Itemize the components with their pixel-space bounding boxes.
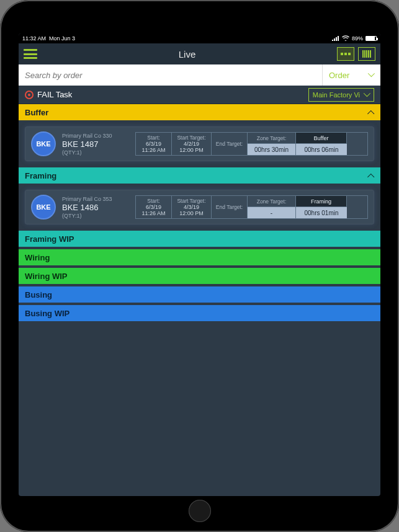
order-id: BKE 1486 <box>62 203 129 212</box>
order-card[interactable]: BKE Primary Rail Co 330 BKE 1487 (QTY:1)… <box>25 126 374 161</box>
barcode-icon <box>362 50 371 58</box>
section-label: Busing <box>25 290 52 299</box>
section-header-buffer[interactable]: Buffer <box>19 104 380 120</box>
section-label: Wiring WIP <box>25 272 68 281</box>
section-label: Busing WIP <box>25 309 69 318</box>
battery-icon <box>365 36 377 41</box>
fail-task-button[interactable]: FAIL Task <box>37 90 72 99</box>
search-filter-label: Order <box>329 71 349 80</box>
order-metrics: Start: 6/3/1911:26 AM Start Target: 4/2/… <box>135 132 368 156</box>
section-label: Framing WIP <box>25 234 74 244</box>
grid-icon <box>341 53 351 55</box>
status-bar: 11:32 AM Mon Jun 3 89% <box>19 33 380 43</box>
menu-button[interactable] <box>24 49 37 59</box>
order-id: BKE 1487 <box>62 140 129 149</box>
order-metrics: Start: 6/3/1911:26 AM Start Target: 4/3/… <box>135 195 368 219</box>
section-header-framing[interactable]: Framing <box>19 167 380 184</box>
section-label: Wiring <box>25 253 50 262</box>
search-row: Order <box>19 64 380 86</box>
section-header-framing-wip[interactable]: Framing WIP <box>19 231 380 247</box>
section-header-busing-wip[interactable]: Busing WIP <box>19 305 380 321</box>
section-header-wiring-wip[interactable]: Wiring WIP <box>19 268 380 284</box>
order-card[interactable]: BKE Primary Rail Co 353 BKE 1486 (QTY:1)… <box>25 190 374 224</box>
status-time: 11:32 AM <box>22 35 46 42</box>
battery-percent: 89% <box>352 35 363 42</box>
section-header-busing[interactable]: Busing <box>19 286 380 303</box>
view-barcode-button[interactable] <box>358 47 375 61</box>
chevron-up-icon <box>368 172 374 179</box>
search-input[interactable] <box>19 64 322 86</box>
page-title: Live <box>179 49 196 60</box>
order-company: Primary Rail Co 353 <box>62 196 129 202</box>
wifi-icon <box>342 35 349 42</box>
order-badge: BKE <box>31 195 56 219</box>
section-label: Framing <box>25 171 56 180</box>
order-badge: BKE <box>31 131 56 156</box>
section-label: Buffer <box>25 108 48 117</box>
order-qty: (QTY:1) <box>62 149 129 156</box>
factory-view-label: Main Factory Vi <box>313 91 360 99</box>
chevron-down-icon <box>368 72 374 78</box>
chevron-down-icon <box>364 92 370 98</box>
status-date: Mon Jun 3 <box>49 35 75 42</box>
task-row: FAIL Task Main Factory Vi <box>19 86 380 104</box>
section-header-wiring[interactable]: Wiring <box>19 249 380 265</box>
order-qty: (QTY:1) <box>62 213 129 219</box>
cellular-icon <box>332 36 339 41</box>
chevron-up-icon <box>368 109 374 115</box>
sections-list: Buffer BKE Primary Rail Co 330 BKE 1487 … <box>19 104 380 496</box>
factory-view-select[interactable]: Main Factory Vi <box>308 88 374 102</box>
search-filter-select[interactable]: Order <box>322 64 380 86</box>
view-grid-button[interactable] <box>337 47 354 61</box>
navbar: Live <box>19 43 380 64</box>
fail-icon <box>25 91 34 99</box>
order-company: Primary Rail Co 330 <box>62 133 129 139</box>
home-button[interactable] <box>189 500 211 522</box>
